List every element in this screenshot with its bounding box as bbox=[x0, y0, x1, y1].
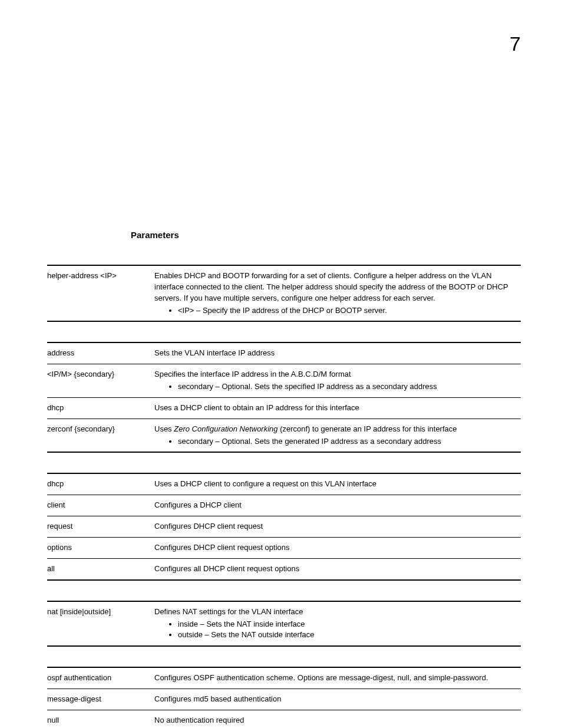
param-bullet-list: secondary – Optional. Sets the specified… bbox=[154, 381, 517, 393]
param-name-cell: request bbox=[47, 516, 154, 538]
table-row: zerconf {secondary}Uses Zero Configurati… bbox=[47, 419, 521, 452]
table-row: optionsConfigures DHCP client request op… bbox=[47, 537, 521, 558]
param-desc-cell: Configures md5 based authentication bbox=[154, 689, 521, 710]
param-name-cell: message-digest bbox=[47, 689, 154, 710]
table-row: requestConfigures DHCP client request bbox=[47, 516, 521, 538]
param-desc-cell: Defines NAT settings for the VLAN interf… bbox=[154, 601, 521, 647]
param-desc-text: Configures md5 based authentication bbox=[154, 694, 517, 705]
param-desc-text: Configures a DHCP client bbox=[154, 500, 517, 511]
param-desc-text: Enables DHCP and BOOTP forwarding for a … bbox=[154, 271, 517, 304]
param-desc-text: No authentication required bbox=[154, 715, 517, 726]
param-bullet-item: inside – Sets the NAT inside interface bbox=[178, 619, 517, 630]
param-desc-cell: No authentication required bbox=[154, 710, 521, 728]
param-desc-text: Sets the VLAN interface IP address bbox=[154, 348, 517, 359]
param-table: nat [inside|outside]Defines NAT settings… bbox=[47, 601, 521, 647]
param-name-cell: client bbox=[47, 495, 154, 516]
param-bullet-list: inside – Sets the NAT inside interfaceou… bbox=[154, 619, 517, 641]
param-bullet-item: secondary – Optional. Sets the generated… bbox=[178, 436, 517, 447]
param-desc-cell: Uses a DHCP client to configure a reques… bbox=[154, 473, 521, 495]
param-desc-cell: Uses a DHCP client to obtain an IP addre… bbox=[154, 397, 521, 419]
table-row: dhcpUses a DHCP client to obtain an IP a… bbox=[47, 397, 521, 419]
content-area: Parameters helper-address <IP>Enables DH… bbox=[47, 230, 521, 728]
table-row: ospf authenticationConfigures OSPF authe… bbox=[47, 667, 521, 689]
param-bullet-list: <IP> – Specify the IP address of the DHC… bbox=[154, 305, 517, 317]
table-row: nat [inside|outside]Defines NAT settings… bbox=[47, 601, 521, 647]
param-table: addressSets the VLAN interface IP addres… bbox=[47, 342, 521, 453]
param-desc-cell: Uses Zero Configuration Networking (zerc… bbox=[154, 419, 521, 452]
param-name-cell: null bbox=[47, 710, 154, 728]
param-desc-cell: Configures DHCP client request options bbox=[154, 537, 521, 558]
param-name-cell: address bbox=[47, 342, 154, 364]
param-bullet-item: <IP> – Specify the IP address of the DHC… bbox=[178, 305, 517, 317]
param-desc-text: Specifies the interface IP address in th… bbox=[154, 369, 517, 380]
table-row: clientConfigures a DHCP client bbox=[47, 495, 521, 516]
page-number: 7 bbox=[510, 32, 521, 55]
param-name-cell: dhcp bbox=[47, 397, 154, 419]
param-name-cell: ospf authentication bbox=[47, 667, 154, 689]
param-table: ospf authenticationConfigures OSPF authe… bbox=[47, 667, 521, 728]
param-desc-cell: Enables DHCP and BOOTP forwarding for a … bbox=[154, 265, 521, 321]
param-table: dhcpUses a DHCP client to configure a re… bbox=[47, 473, 521, 580]
table-row: <IP/M> {secondary}Specifies the interfac… bbox=[47, 364, 521, 398]
param-name-cell: zerconf {secondary} bbox=[47, 419, 154, 452]
table-row: message-digestConfigures md5 based authe… bbox=[47, 689, 521, 710]
param-desc-cell: Configures all DHCP client request optio… bbox=[154, 558, 521, 579]
param-desc-text: Uses a DHCP client to configure a reques… bbox=[154, 479, 517, 490]
param-desc-text: Uses Zero Configuration Networking (zerc… bbox=[154, 424, 517, 435]
table-row: allConfigures all DHCP client request op… bbox=[47, 558, 521, 579]
table-row: helper-address <IP>Enables DHCP and BOOT… bbox=[47, 265, 521, 321]
param-desc-text: Defines NAT settings for the VLAN interf… bbox=[154, 607, 517, 618]
section-heading-parameters: Parameters bbox=[131, 230, 521, 240]
param-desc-text: Configures DHCP client request bbox=[154, 521, 517, 532]
param-name-cell: <IP/M> {secondary} bbox=[47, 364, 154, 398]
param-bullet-item: secondary – Optional. Sets the specified… bbox=[178, 381, 517, 393]
param-desc-cell: Configures OSPF authentication scheme. O… bbox=[154, 667, 521, 689]
tables-container: helper-address <IP>Enables DHCP and BOOT… bbox=[47, 265, 521, 728]
table-row: addressSets the VLAN interface IP addres… bbox=[47, 342, 521, 364]
param-desc-text: Configures OSPF authentication scheme. O… bbox=[154, 673, 517, 684]
param-name-cell: nat [inside|outside] bbox=[47, 601, 154, 647]
param-name-cell: options bbox=[47, 537, 154, 558]
table-row: dhcpUses a DHCP client to configure a re… bbox=[47, 473, 521, 495]
param-desc-cell: Sets the VLAN interface IP address bbox=[154, 342, 521, 364]
param-desc-text: Configures DHCP client request options bbox=[154, 542, 517, 554]
param-desc-cell: Specifies the interface IP address in th… bbox=[154, 364, 521, 398]
param-desc-cell: Configures DHCP client request bbox=[154, 516, 521, 538]
param-name-cell: all bbox=[47, 558, 154, 579]
param-name-cell: helper-address <IP> bbox=[47, 265, 154, 321]
param-bullet-item: outside – Sets the NAT outside interface bbox=[178, 630, 517, 641]
param-desc-text: Uses a DHCP client to obtain an IP addre… bbox=[154, 403, 517, 414]
page: 7 Parameters helper-address <IP>Enables … bbox=[0, 0, 562, 728]
param-bullet-list: secondary – Optional. Sets the generated… bbox=[154, 436, 517, 447]
param-name-cell: dhcp bbox=[47, 473, 154, 495]
param-desc-text: Configures all DHCP client request optio… bbox=[154, 564, 517, 575]
param-desc-cell: Configures a DHCP client bbox=[154, 495, 521, 516]
param-table: helper-address <IP>Enables DHCP and BOOT… bbox=[47, 265, 521, 322]
table-row: nullNo authentication required bbox=[47, 710, 521, 728]
